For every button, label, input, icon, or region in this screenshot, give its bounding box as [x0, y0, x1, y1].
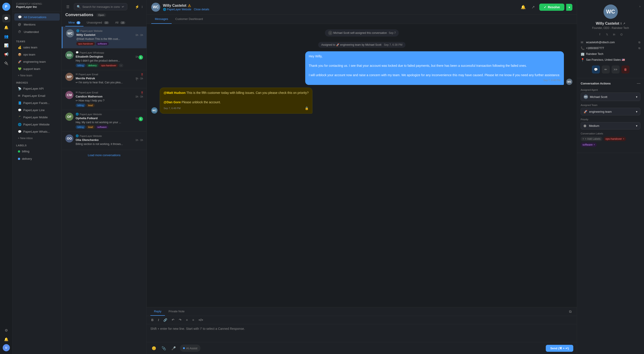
sidebar-item-billing-label[interactable]: billing	[14, 148, 60, 155]
sidebar-item-mentions[interactable]: @ Mentions	[14, 21, 60, 28]
contact-delete-button[interactable]: 🗑	[622, 65, 630, 74]
reply-input[interactable]: Shift + enter for new line. Start with '…	[147, 324, 577, 342]
priority-field: Priority Medium ▾	[581, 118, 640, 129]
globe-icon: 🌐	[163, 8, 166, 11]
sidebar-item-support-team[interactable]: 💚 support team	[14, 65, 60, 72]
twitter-social-icon[interactable]: 𝕏	[604, 32, 610, 37]
conv-item-3[interactable]: ‼ ⋮ MP ✉ PaperLayer Email Merrile Petruk…	[62, 70, 146, 88]
expand-btn-1[interactable]: ›	[328, 31, 332, 35]
remove-software-label[interactable]: ×	[594, 143, 595, 146]
tab-customer-dashboard[interactable]: Customer Dashboard	[172, 15, 206, 24]
contact-message-button[interactable]: 💬	[592, 65, 600, 74]
sidebar-item-mobile[interactable]: 📱 PaperLayer Mobile	[14, 114, 60, 121]
conv-source-5: 🌐 PaperLayer Website	[76, 113, 143, 116]
tag-lead-4: lead	[86, 103, 95, 107]
mention-matt: @Matt Hudson	[164, 91, 186, 95]
nav-icon-campaigns[interactable]: 📢	[2, 50, 10, 58]
more-icon-3[interactable]: ⋮	[135, 77, 138, 81]
sidebar-item-engineering-team[interactable]: 🚀 engineering team	[14, 58, 60, 65]
tab-unassigned[interactable]: Unassigned 10	[84, 19, 112, 27]
sidebar-item-website[interactable]: 🌐 PaperLayer Website	[14, 121, 60, 128]
new-inbox-button[interactable]: + New inbox	[14, 135, 60, 141]
nav-icon-integrations[interactable]: 🔌	[2, 59, 10, 67]
bold-button[interactable]: B	[150, 318, 154, 322]
search-bar[interactable]: 🔍 ↵	[74, 3, 127, 10]
new-team-button[interactable]: + New team	[14, 73, 60, 78]
remove-ops-handover-label[interactable]: ×	[623, 137, 624, 140]
conv-item-2[interactable]: ED 💬 PaperLayer Whatsapp Elisabeth Derin…	[62, 48, 146, 70]
sidebar-item-email[interactable]: ✉ PaperLayer Email	[14, 92, 60, 99]
tab-messages[interactable]: Messages	[151, 15, 172, 24]
priority-select[interactable]: Medium ▾	[581, 122, 640, 129]
filter-icon[interactable]: ⚡	[135, 5, 140, 9]
sidebar-item-line[interactable]: 💬 PaperLayer Line	[14, 107, 60, 114]
contact-external-icon[interactable]: ↗	[623, 22, 625, 25]
contact-merge-button[interactable]: >>	[612, 65, 620, 74]
reply-actions: 😊 📎 🎤 AI Assist Send (⌘ + ↵)	[147, 342, 577, 354]
ordered-list-button[interactable]: ≡	[191, 318, 195, 322]
nav-icon-contacts[interactable]: 👥	[2, 32, 10, 40]
sidebar-item-facebook[interactable]: 📘 PaperLayer Faceb...	[14, 99, 60, 106]
italic-button[interactable]: I	[157, 318, 160, 322]
tab-all[interactable]: All 16	[112, 19, 128, 27]
menu-button[interactable]: ☰	[65, 4, 70, 10]
sidebar-item-delivery-label[interactable]: delivery	[14, 155, 60, 162]
assigned-agent-select[interactable]: MS Michael Scott ▾	[581, 93, 640, 101]
redo-button[interactable]: ↷	[178, 318, 182, 322]
linkedin-social-icon[interactable]: in	[612, 32, 617, 37]
ai-assist-button[interactable]: AI Assist	[180, 344, 200, 352]
nav-icon-reports[interactable]: 📊	[2, 41, 10, 49]
reply-tab-reply[interactable]: Reply	[150, 307, 165, 316]
nav-icon-mentions[interactable]: 🔔	[2, 23, 10, 31]
sidebar-item-all-conversations[interactable]: 💬 All Conversations	[14, 14, 60, 21]
add-label-button[interactable]: + + Add Labels	[581, 137, 602, 141]
user-avatar[interactable]: U	[3, 344, 10, 351]
sidebar-item-api[interactable]: 📡 PaperLayer API	[14, 85, 60, 92]
assigned-team-select[interactable]: 🚀 engineering team ▾	[581, 108, 640, 115]
mute-button[interactable]: 🔔	[520, 4, 527, 11]
copy-icon[interactable]: ⧉	[567, 308, 573, 315]
conv-item-1[interactable]: WC 🌐 PaperLayer Website Willy Castelot 1…	[62, 27, 146, 48]
list-button[interactable]: ≡	[185, 318, 189, 322]
emoji-button[interactable]: 😊	[150, 344, 158, 352]
contact-edit-button[interactable]: ✏	[602, 65, 610, 74]
search-input[interactable]	[82, 5, 120, 9]
load-more-button[interactable]: Load more conversations	[62, 150, 146, 160]
sidebar-item-sales-team[interactable]: 💰 sales team	[14, 44, 60, 51]
sort-icon[interactable]: ↕	[141, 5, 143, 9]
link-button[interactable]: 🔗	[162, 318, 168, 322]
attachment-button[interactable]: 📎	[160, 344, 168, 352]
reply-tab-note[interactable]: Private Note	[165, 307, 188, 316]
company-detail-icon: 🏢	[581, 52, 584, 56]
tab-mine[interactable]: Mine 6	[65, 19, 84, 27]
facebook-label: PaperLayer Faceb...	[23, 101, 50, 105]
code-button[interactable]: </>	[198, 318, 204, 322]
agent-name: Michael Scott	[590, 95, 607, 99]
conv-item-5[interactable]: OF 🌐 PaperLayer Website Ophelia Folkard …	[62, 110, 146, 132]
assignment-text: Assigned to 🚀 engineering team by Michae…	[318, 42, 406, 48]
copy-email-button[interactable]: ⧉	[638, 41, 640, 44]
conv-item-6[interactable]: OO 🌐 PaperLayer Website Olia Olenchenko …	[62, 132, 146, 150]
close-details-link[interactable]: Close details	[194, 8, 209, 11]
sidebar-item-ops-team[interactable]: 📦 ops team	[14, 51, 60, 58]
conv-item-4[interactable]: ‼ CM ✉ PaperLayer Email Candice Matherso…	[62, 88, 146, 110]
github-social-icon[interactable]: ⌬	[619, 32, 624, 37]
nav-icon-settings[interactable]: ⚙	[2, 326, 10, 334]
resolve-button[interactable]: ✓ Resolve	[539, 4, 564, 11]
nav-icon-chat[interactable]: 💬	[2, 14, 10, 22]
send-button[interactable]: Send (⌘ + ↵)	[546, 345, 573, 352]
facebook-social-icon[interactable]: f	[597, 32, 602, 37]
conv-row-4: CM ✉ PaperLayer Email Candice Matherson …	[65, 91, 143, 107]
sidebar-item-unattended[interactable]: ⏱ Unattended	[14, 28, 60, 35]
nav-icon-notifications[interactable]: 🔔	[2, 335, 10, 343]
share-button[interactable]: ↗	[530, 4, 536, 11]
mine-count: 6	[76, 21, 80, 24]
ai-dot	[183, 347, 185, 349]
expand-panel-button[interactable]: ›	[639, 5, 640, 8]
undo-button[interactable]: ↶	[171, 318, 175, 322]
copy-phone-button[interactable]: ⧉	[638, 47, 640, 50]
audio-button[interactable]: 🎤	[170, 344, 177, 352]
collapse-button[interactable]: —	[637, 81, 640, 85]
sidebar-item-whatsapp[interactable]: 💬 PaperLayer Whats...	[14, 128, 60, 135]
resolve-dropdown-button[interactable]: ▾	[566, 4, 572, 11]
